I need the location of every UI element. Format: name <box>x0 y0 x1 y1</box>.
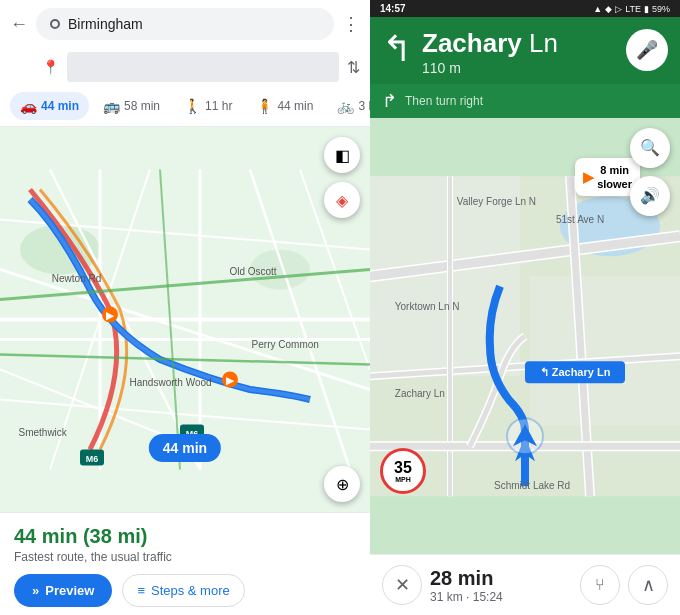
speed-number: 35 <box>394 460 412 476</box>
nav-expand-button[interactable]: ∧ <box>628 565 668 605</box>
handsworth-wood-label: Handsworth Wood <box>130 377 212 388</box>
nav-eta-info: 28 min 31 km · 15:24 <box>430 567 572 604</box>
nav-arrival: 15:24 <box>473 590 503 604</box>
sound-icon: 🔊 <box>640 186 660 205</box>
preview-arrows-icon: » <box>32 583 39 598</box>
layers-button[interactable]: ◧ <box>324 137 360 173</box>
svg-text:▶: ▶ <box>226 375 235 386</box>
bus-icon: 🚌 <box>103 98 120 114</box>
waypoint-input[interactable] <box>67 52 339 82</box>
top-bar: ← Birmingham ⋮ <box>0 0 370 48</box>
old-oscott-label: Old Oscott <box>229 266 276 277</box>
wifi-icon: ◆ <box>605 4 612 14</box>
slower-time: 8 min <box>597 163 632 177</box>
steps-label: Steps & more <box>151 583 230 598</box>
street-suffix: Ln <box>529 28 558 58</box>
data-icon: ▷ <box>615 4 622 14</box>
svg-text:M6: M6 <box>86 454 99 464</box>
preview-button[interactable]: » Preview <box>14 574 112 607</box>
status-icons: ▲ ◆ ▷ LTE ▮ 59% <box>593 4 670 14</box>
nav-map-area[interactable]: ↰ Zachary Ln Valley Forge Ln N 51st Ave … <box>370 118 680 554</box>
route-time: 44 min (38 mi) <box>14 525 356 548</box>
tab-driving[interactable]: 🚗 44 min <box>10 92 89 120</box>
street-name-text: Zachary <box>422 28 522 58</box>
locate-icon: ⊕ <box>336 475 349 494</box>
mic-icon: 🎤 <box>636 39 658 61</box>
back-button[interactable]: ← <box>10 14 28 35</box>
transit-eta: 58 min <box>124 99 160 113</box>
svg-text:↰ Zachary Ln: ↰ Zachary Ln <box>540 366 611 378</box>
svg-text:▶: ▶ <box>106 310 115 321</box>
signal-icon: ▲ <box>593 4 602 14</box>
swap-button[interactable]: ⇅ <box>347 58 360 77</box>
sub-street-name: Then turn right <box>405 94 483 108</box>
waypoint-row: 📍 ⇅ <box>0 48 370 86</box>
status-bar: 14:57 ▲ ◆ ▷ LTE ▮ 59% <box>370 0 680 17</box>
zachary-ln-label: Zachary Ln <box>395 388 445 399</box>
action-buttons: » Preview ≡ Steps & more <box>14 574 356 607</box>
route-fork-icon: ⑂ <box>595 576 605 594</box>
more-button[interactable]: ⋮ <box>342 13 360 35</box>
speed-unit: MPH <box>395 476 411 483</box>
steps-button[interactable]: ≡ Steps & more <box>122 574 244 607</box>
search-icon: 🔍 <box>640 138 660 157</box>
battery-level: 59% <box>652 4 670 14</box>
svg-rect-28 <box>530 276 680 426</box>
tab-rideshare[interactable]: 🧍 44 min <box>246 92 323 120</box>
schmidt-lake-label: Schmidt Lake Rd <box>494 480 570 491</box>
walking-eta: 11 hr <box>205 99 232 113</box>
51st-ave-label: 51st Ave N <box>556 214 604 225</box>
nav-street-name: Zachary Ln <box>422 29 616 58</box>
nav-action-buttons: ✕ 28 min 31 km · 15:24 ⑂ ∧ <box>370 554 680 615</box>
yorktown-label: Yorktown Ln N <box>395 301 460 312</box>
preview-label: Preview <box>45 583 94 598</box>
nav-distance: 110 m <box>422 60 616 76</box>
left-panel: ← Birmingham ⋮ 📍 ⇅ 🚗 44 min 🚌 58 min 🚶 1… <box>0 0 370 615</box>
search-circle-icon <box>50 19 60 29</box>
nav-street-info: Zachary Ln 110 m <box>422 29 616 76</box>
compass-icon: ◈ <box>336 191 348 210</box>
sound-button[interactable]: 🔊 <box>630 176 670 216</box>
map-area[interactable]: ▶ ▶ M6 M6 Old Oscott Smethwick Perry Com… <box>0 127 370 512</box>
compass-button[interactable]: ◈ <box>324 182 360 218</box>
nav-eta-details: 31 km · 15:24 <box>430 590 572 604</box>
tab-transit[interactable]: 🚌 58 min <box>93 92 170 120</box>
eta-badge: 44 min <box>149 434 221 462</box>
sub-turn-icon: ↱ <box>382 90 397 112</box>
transport-tabs: 🚗 44 min 🚌 58 min 🚶 11 hr 🧍 44 min 🚲 3 h… <box>0 86 370 127</box>
right-panel: 14:57 ▲ ◆ ▷ LTE ▮ 59% ↰ Zachary Ln 110 m… <box>370 0 680 615</box>
nav-distance: 31 km <box>430 590 463 604</box>
newton-rd-label: Newton Rd <box>52 273 101 284</box>
bike-icon: 🚲 <box>337 98 354 114</box>
layers-icon: ◧ <box>335 146 350 165</box>
rideshare-icon: 🧍 <box>256 98 273 114</box>
bottom-info: 44 min (38 mi) Fastest route, the usual … <box>0 512 370 615</box>
driving-eta: 44 min <box>41 99 79 113</box>
locate-button[interactable]: ⊕ <box>324 466 360 502</box>
voice-button[interactable]: 🎤 <box>626 29 668 71</box>
traffic-icon: ▶ <box>583 168 594 186</box>
steps-icon: ≡ <box>137 583 145 598</box>
search-bar[interactable]: Birmingham <box>36 8 334 40</box>
lte-label: LTE <box>625 4 641 14</box>
location-pin-icon: 📍 <box>42 59 59 75</box>
tab-walking[interactable]: 🚶 11 hr <box>174 92 242 120</box>
nav-close-button[interactable]: ✕ <box>382 565 422 605</box>
slower-text: slower <box>597 177 632 191</box>
sub-direction: ↱ Then turn right <box>370 84 680 118</box>
route-options-button[interactable]: ⑂ <box>580 565 620 605</box>
walk-icon: 🚶 <box>184 98 201 114</box>
battery-icon: ▮ <box>644 4 649 14</box>
search-destination: Birmingham <box>68 16 143 32</box>
nav-header: ↰ Zachary Ln 110 m 🎤 <box>370 17 680 84</box>
map-search-button[interactable]: 🔍 <box>630 128 670 168</box>
expand-icon: ∧ <box>642 574 655 596</box>
close-icon: ✕ <box>395 574 410 596</box>
turn-arrow-icon: ↰ <box>382 31 412 67</box>
rideshare-eta: 44 min <box>277 99 313 113</box>
status-time: 14:57 <box>380 3 406 14</box>
valley-forge-label: Valley Forge Ln N <box>457 196 536 207</box>
nav-eta-time: 28 min <box>430 567 572 590</box>
speed-sign: 35 MPH <box>380 448 426 494</box>
smethwick-label: Smethwick <box>19 427 67 438</box>
